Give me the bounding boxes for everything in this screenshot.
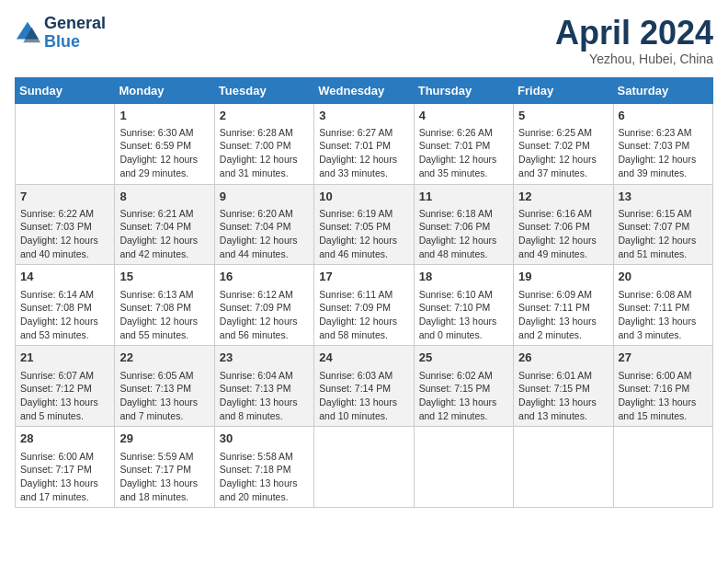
calendar-cell: 6Sunrise: 6:23 AM Sunset: 7:03 PM Daylig… bbox=[613, 103, 712, 184]
calendar-cell: 1Sunrise: 6:30 AM Sunset: 6:59 PM Daylig… bbox=[115, 103, 214, 184]
calendar-cell: 4Sunrise: 6:26 AM Sunset: 7:01 PM Daylig… bbox=[414, 103, 513, 184]
calendar-cell: 30Sunrise: 5:58 AM Sunset: 7:18 PM Dayli… bbox=[214, 427, 313, 508]
title-block: April 2024 Yezhou, Hubei, China bbox=[555, 15, 713, 66]
day-number: 22 bbox=[119, 350, 209, 366]
calendar-table: SundayMondayTuesdayWednesdayThursdayFrid… bbox=[15, 77, 713, 509]
month-title: April 2024 bbox=[555, 15, 713, 52]
day-number: 25 bbox=[419, 350, 508, 366]
day-number: 24 bbox=[319, 350, 408, 366]
col-header-wednesday: Wednesday bbox=[314, 77, 414, 103]
calendar-cell: 13Sunrise: 6:15 AM Sunset: 7:07 PM Dayli… bbox=[613, 184, 712, 265]
calendar-cell: 14Sunrise: 6:14 AM Sunset: 7:08 PM Dayli… bbox=[16, 265, 115, 346]
calendar-cell: 7Sunrise: 6:22 AM Sunset: 7:03 PM Daylig… bbox=[16, 184, 115, 265]
day-number: 2 bbox=[220, 108, 309, 124]
calendar-cell: 23Sunrise: 6:04 AM Sunset: 7:13 PM Dayli… bbox=[214, 346, 313, 427]
day-info: Sunrise: 6:05 AM Sunset: 7:13 PM Dayligh… bbox=[119, 369, 209, 423]
day-info: Sunrise: 6:18 AM Sunset: 7:06 PM Dayligh… bbox=[419, 207, 508, 261]
day-number: 10 bbox=[319, 189, 408, 205]
day-info: Sunrise: 6:11 AM Sunset: 7:09 PM Dayligh… bbox=[319, 288, 408, 342]
day-info: Sunrise: 6:27 AM Sunset: 7:01 PM Dayligh… bbox=[319, 126, 408, 180]
location-subtitle: Yezhou, Hubei, China bbox=[555, 52, 713, 66]
day-number: 23 bbox=[220, 350, 309, 366]
calendar-cell: 2Sunrise: 6:28 AM Sunset: 7:00 PM Daylig… bbox=[214, 103, 313, 184]
calendar-week-row: 21Sunrise: 6:07 AM Sunset: 7:12 PM Dayli… bbox=[16, 346, 713, 427]
day-info: Sunrise: 6:28 AM Sunset: 7:00 PM Dayligh… bbox=[220, 126, 309, 180]
day-number: 26 bbox=[518, 350, 608, 366]
calendar-week-row: 14Sunrise: 6:14 AM Sunset: 7:08 PM Dayli… bbox=[16, 265, 713, 346]
day-number: 4 bbox=[419, 108, 508, 124]
calendar-cell bbox=[16, 103, 115, 184]
day-number: 8 bbox=[119, 189, 209, 205]
calendar-cell: 20Sunrise: 6:08 AM Sunset: 7:11 PM Dayli… bbox=[613, 265, 712, 346]
day-number: 1 bbox=[119, 108, 209, 124]
calendar-cell bbox=[414, 427, 513, 508]
day-number: 16 bbox=[220, 269, 309, 285]
calendar-cell: 15Sunrise: 6:13 AM Sunset: 7:08 PM Dayli… bbox=[115, 265, 214, 346]
calendar-cell: 3Sunrise: 6:27 AM Sunset: 7:01 PM Daylig… bbox=[314, 103, 414, 184]
day-info: Sunrise: 6:22 AM Sunset: 7:03 PM Dayligh… bbox=[20, 207, 109, 261]
logo-text-general: General bbox=[44, 15, 106, 33]
day-info: Sunrise: 6:00 AM Sunset: 7:17 PM Dayligh… bbox=[20, 450, 109, 504]
col-header-saturday: Saturday bbox=[613, 77, 712, 103]
calendar-cell: 22Sunrise: 6:05 AM Sunset: 7:13 PM Dayli… bbox=[115, 346, 214, 427]
calendar-cell bbox=[314, 427, 414, 508]
day-info: Sunrise: 6:07 AM Sunset: 7:12 PM Dayligh… bbox=[20, 369, 109, 423]
day-number: 21 bbox=[20, 350, 109, 366]
day-info: Sunrise: 6:15 AM Sunset: 7:07 PM Dayligh… bbox=[619, 207, 708, 261]
col-header-thursday: Thursday bbox=[414, 77, 513, 103]
day-number: 17 bbox=[319, 269, 408, 285]
day-info: Sunrise: 6:01 AM Sunset: 7:15 PM Dayligh… bbox=[518, 369, 608, 423]
calendar-week-row: 1Sunrise: 6:30 AM Sunset: 6:59 PM Daylig… bbox=[16, 103, 713, 184]
day-info: Sunrise: 6:00 AM Sunset: 7:16 PM Dayligh… bbox=[619, 369, 708, 423]
col-header-tuesday: Tuesday bbox=[214, 77, 313, 103]
day-number: 14 bbox=[20, 269, 109, 285]
day-number: 5 bbox=[518, 108, 608, 124]
day-number: 9 bbox=[220, 189, 309, 205]
calendar-cell: 17Sunrise: 6:11 AM Sunset: 7:09 PM Dayli… bbox=[314, 265, 414, 346]
day-info: Sunrise: 5:58 AM Sunset: 7:18 PM Dayligh… bbox=[220, 450, 309, 504]
calendar-cell: 25Sunrise: 6:02 AM Sunset: 7:15 PM Dayli… bbox=[414, 346, 513, 427]
day-number: 20 bbox=[619, 269, 708, 285]
day-info: Sunrise: 5:59 AM Sunset: 7:17 PM Dayligh… bbox=[119, 450, 209, 504]
day-number: 12 bbox=[518, 189, 608, 205]
day-info: Sunrise: 6:25 AM Sunset: 7:02 PM Dayligh… bbox=[518, 126, 608, 180]
day-info: Sunrise: 6:02 AM Sunset: 7:15 PM Dayligh… bbox=[419, 369, 508, 423]
day-info: Sunrise: 6:12 AM Sunset: 7:09 PM Dayligh… bbox=[220, 288, 309, 342]
calendar-cell: 18Sunrise: 6:10 AM Sunset: 7:10 PM Dayli… bbox=[414, 265, 513, 346]
day-number: 13 bbox=[619, 189, 708, 205]
calendar-cell bbox=[613, 427, 712, 508]
day-info: Sunrise: 6:20 AM Sunset: 7:04 PM Dayligh… bbox=[220, 207, 309, 261]
day-info: Sunrise: 6:13 AM Sunset: 7:08 PM Dayligh… bbox=[119, 288, 209, 342]
day-number: 27 bbox=[619, 350, 708, 366]
day-info: Sunrise: 6:10 AM Sunset: 7:10 PM Dayligh… bbox=[419, 288, 508, 342]
day-number: 30 bbox=[220, 431, 309, 447]
day-number: 7 bbox=[20, 189, 109, 205]
calendar-cell: 19Sunrise: 6:09 AM Sunset: 7:11 PM Dayli… bbox=[514, 265, 613, 346]
col-header-monday: Monday bbox=[115, 77, 214, 103]
day-number: 29 bbox=[119, 431, 209, 447]
day-info: Sunrise: 6:04 AM Sunset: 7:13 PM Dayligh… bbox=[220, 369, 309, 423]
calendar-cell: 12Sunrise: 6:16 AM Sunset: 7:06 PM Dayli… bbox=[514, 184, 613, 265]
logo-icon bbox=[15, 20, 40, 46]
day-number: 15 bbox=[119, 269, 209, 285]
calendar-cell: 27Sunrise: 6:00 AM Sunset: 7:16 PM Dayli… bbox=[613, 346, 712, 427]
day-info: Sunrise: 6:03 AM Sunset: 7:14 PM Dayligh… bbox=[319, 369, 408, 423]
day-info: Sunrise: 6:16 AM Sunset: 7:06 PM Dayligh… bbox=[518, 207, 608, 261]
calendar-cell: 5Sunrise: 6:25 AM Sunset: 7:02 PM Daylig… bbox=[514, 103, 613, 184]
day-number: 18 bbox=[419, 269, 508, 285]
day-number: 19 bbox=[518, 269, 608, 285]
day-info: Sunrise: 6:26 AM Sunset: 7:01 PM Dayligh… bbox=[419, 126, 508, 180]
day-number: 11 bbox=[419, 189, 508, 205]
day-info: Sunrise: 6:30 AM Sunset: 6:59 PM Dayligh… bbox=[119, 126, 209, 180]
calendar-cell: 9Sunrise: 6:20 AM Sunset: 7:04 PM Daylig… bbox=[214, 184, 313, 265]
calendar-week-row: 7Sunrise: 6:22 AM Sunset: 7:03 PM Daylig… bbox=[16, 184, 713, 265]
day-info: Sunrise: 6:19 AM Sunset: 7:05 PM Dayligh… bbox=[319, 207, 408, 261]
day-info: Sunrise: 6:08 AM Sunset: 7:11 PM Dayligh… bbox=[619, 288, 708, 342]
calendar-cell bbox=[514, 427, 613, 508]
calendar-cell: 8Sunrise: 6:21 AM Sunset: 7:04 PM Daylig… bbox=[115, 184, 214, 265]
calendar-cell: 10Sunrise: 6:19 AM Sunset: 7:05 PM Dayli… bbox=[314, 184, 414, 265]
day-number: 3 bbox=[319, 108, 408, 124]
day-number: 28 bbox=[20, 431, 109, 447]
day-info: Sunrise: 6:23 AM Sunset: 7:03 PM Dayligh… bbox=[619, 126, 708, 180]
calendar-cell: 21Sunrise: 6:07 AM Sunset: 7:12 PM Dayli… bbox=[16, 346, 115, 427]
